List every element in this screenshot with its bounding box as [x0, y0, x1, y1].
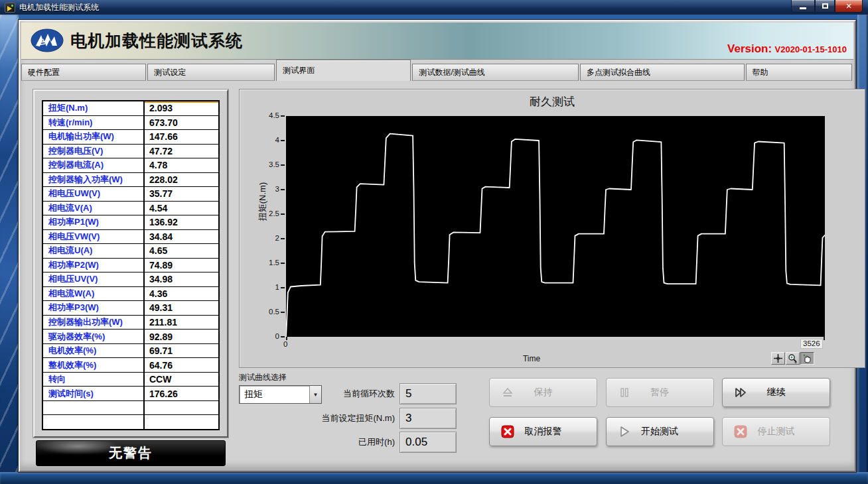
field-label: 当前循环次数 [285, 388, 399, 400]
curve-select-label: 测试曲线选择 [239, 372, 287, 383]
row-label: 控制器电压(V) [43, 145, 145, 158]
table-row: 控制器电流(A)4.78 [43, 158, 218, 173]
取消报警-button[interactable]: 取消报警 [489, 417, 597, 446]
row-value[interactable]: 64.76 [145, 358, 218, 372]
pause-icon [617, 385, 632, 400]
parameter-panel: 扭矩(N.m)2.093转速(r/min)673.70电机输出功率(W)147.… [33, 90, 228, 438]
row-value[interactable]: 4.36 [145, 287, 218, 301]
app-icon [5, 3, 15, 13]
row-value[interactable]: 211.81 [145, 316, 218, 330]
x-tick-label-end[interactable]: 3526 [801, 339, 822, 348]
close-button[interactable]: ✕ [835, 0, 863, 13]
crosshair-tool-icon[interactable] [771, 352, 785, 365]
开始测试-button[interactable]: 开始测试 [606, 417, 714, 446]
graph-tool-palette [770, 352, 814, 365]
parameter-table: 扭矩(N.m)2.093转速(r/min)673.70电机输出功率(W)147.… [42, 100, 220, 430]
row-value[interactable]: 35.77 [145, 187, 218, 201]
row-value[interactable]: 92.89 [145, 330, 218, 343]
row-label: 相功率P1(W) [43, 215, 145, 229]
button-label: 保持 [534, 387, 553, 398]
row-value[interactable]: 2.093 [145, 101, 218, 115]
table-row [43, 401, 218, 416]
row-label: 整机效率(%) [43, 358, 145, 372]
tab-1[interactable]: 硬件配置 [21, 64, 146, 81]
y-tick-mark [281, 287, 285, 288]
minimize-button[interactable] [791, 0, 815, 13]
tab-6[interactable]: 帮助 [746, 64, 852, 81]
row-value[interactable]: 4.54 [145, 202, 218, 215]
field-row: 当前循环次数5 [285, 383, 457, 404]
maximize-button[interactable] [815, 0, 835, 13]
row-label: 控制器输入功率(W) [43, 173, 145, 187]
row-value[interactable]: 147.66 [145, 130, 218, 144]
row-value[interactable]: 4.78 [145, 158, 218, 172]
table-row: 相电流V(A)4.54 [43, 202, 218, 216]
field-label: 已用时(h) [285, 436, 399, 448]
field-value-2[interactable]: 3 [399, 408, 457, 429]
tab-bar: 硬件配置测试设定测试界面测试数据/测试曲线多点测试拟合曲线帮助 [21, 60, 853, 81]
y-tick-mark [281, 140, 285, 141]
row-value[interactable]: 4.65 [145, 244, 218, 258]
y-tick-mark [281, 164, 285, 166]
chart-plot-area[interactable] [286, 116, 825, 337]
row-value[interactable]: 34.84 [145, 230, 218, 244]
version-text: Version: V2020-01-15-1010 [727, 42, 847, 56]
row-value[interactable]: 34.98 [145, 272, 218, 286]
zoom-tool-icon[interactable] [786, 352, 800, 365]
y-tick-mark [281, 312, 285, 313]
table-row: 相电流W(A)4.36 [43, 287, 218, 302]
y-tick-label: 0 [253, 332, 279, 340]
row-value[interactable]: 47.72 [145, 145, 218, 158]
window-controls: ✕ [791, 0, 863, 13]
table-row: 控制器输出功率(W)211.81 [43, 316, 218, 330]
button-label: 取消报警 [525, 426, 562, 438]
row-value[interactable]: 228.02 [145, 173, 218, 187]
window-frame-left [0, 15, 19, 484]
row-label: 转向 [43, 373, 145, 387]
row-label: 电机输出功率(W) [43, 130, 145, 144]
row-label: 相电压VW(V) [43, 230, 145, 244]
client-area: 电机加载性能测试系统 Version: V2020-01-15-1010 硬件配… [19, 20, 856, 472]
row-label: 相电压UW(V) [43, 187, 145, 201]
row-value[interactable]: 49.31 [145, 301, 218, 315]
row-value[interactable]: 673.70 [145, 116, 218, 130]
row-value[interactable]: 136.92 [145, 215, 218, 229]
table-row: 控制器电压(V)47.72 [43, 145, 218, 159]
field-value-1[interactable]: 5 [399, 383, 457, 404]
table-row: 相功率P1(W)136.92 [43, 215, 218, 230]
row-value[interactable] [145, 415, 218, 429]
row-label: 转速(r/min) [43, 116, 145, 130]
company-logo-icon [31, 29, 64, 52]
row-value[interactable]: CCW [145, 373, 218, 387]
table-row: 转速(r/min)673.70 [43, 116, 218, 131]
tab-2[interactable]: 测试设定 [147, 64, 275, 81]
row-value[interactable]: 69.71 [145, 344, 218, 358]
row-value[interactable] [145, 401, 218, 415]
warning-indicator: 无警告 [36, 440, 226, 466]
row-label: 相电流V(A) [43, 202, 145, 215]
row-label [43, 401, 145, 415]
tab-3[interactable]: 测试界面 [276, 60, 411, 81]
table-row: 相电压UW(V)35.77 [43, 187, 218, 202]
test-control-buttons: 保持暂停继续取消报警开始测试停止测试 [489, 378, 830, 447]
y-tick-mark [281, 263, 285, 264]
table-row: 相电压UV(V)34.98 [43, 272, 218, 287]
button-label: 开始测试 [641, 426, 678, 438]
tab-5[interactable]: 多点测试拟合曲线 [580, 64, 745, 81]
pan-tool-icon[interactable] [800, 352, 814, 365]
row-value[interactable]: 176.26 [145, 387, 218, 400]
row-label: 驱动器效率(%) [43, 330, 145, 343]
x-tick-mark-end [824, 337, 825, 340]
field-value-3[interactable]: 0.05 [399, 432, 457, 453]
field-row: 已用时(h)0.05 [285, 432, 457, 453]
y-tick-label: 2 [253, 234, 279, 242]
window-frame-bottom [0, 472, 868, 484]
y-tick-label: 0.5 [253, 308, 279, 316]
继续-button[interactable]: 继续 [722, 378, 830, 407]
table-row: 控制器输入功率(W)228.02 [43, 173, 218, 188]
row-label [43, 415, 145, 429]
stop-icon [733, 424, 748, 439]
row-value[interactable]: 74.89 [145, 259, 218, 272]
forward-icon [733, 385, 748, 400]
tab-4[interactable]: 测试数据/测试曲线 [412, 64, 579, 81]
